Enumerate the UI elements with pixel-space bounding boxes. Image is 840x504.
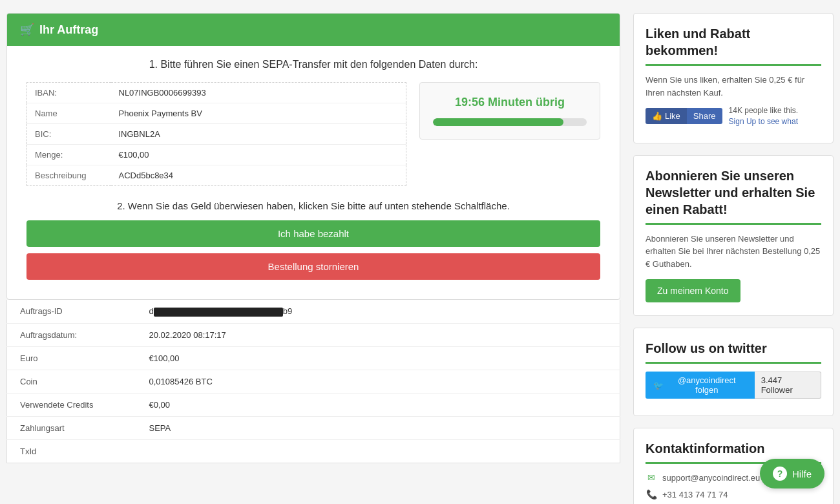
sepa-table-row: IBAN:NL07INGB0006699393 [27, 83, 406, 103]
like-section: Liken und Rabatt bekommen! Wenn Sie uns … [633, 13, 834, 143]
sepa-value: INGBNL2A [111, 124, 406, 145]
twitter-follow-button[interactable]: 🐦 @anycoindirect folgen [646, 372, 755, 399]
fb-like-label: Like [665, 111, 680, 121]
details-value: SEPA [149, 423, 171, 433]
paid-button[interactable]: Ich habe bezahlt [26, 220, 600, 247]
account-button[interactable]: Zu meinem Konto [646, 279, 740, 302]
cancel-button[interactable]: Bestellung stornieren [26, 253, 600, 280]
details-label: Auftrags-ID [7, 300, 136, 323]
details-value: 0,01085426 BTC [149, 377, 213, 386]
sepa-label: IBAN: [27, 83, 111, 103]
sepa-value: Phoenix Payments BV [111, 103, 406, 124]
like-description: Wenn Sie uns liken, erhalten Sie 0,25 € … [646, 74, 821, 99]
sepa-table-row: NamePhoenix Payments BV [27, 103, 406, 124]
details-table-row: Euro€100,00 [7, 346, 620, 370]
sepa-table-row: BIC:INGBNL2A [27, 124, 406, 145]
details-table: Auftrags-IDdb9Auftragsdatum:20.02.2020 0… [6, 300, 620, 463]
fb-like-box: 👍 Like Share 14K people like this. Sign … [646, 105, 821, 127]
progress-bar-fill [433, 118, 563, 126]
details-value-cell [136, 439, 620, 463]
order-header-title: Ihr Auftrag [39, 23, 98, 37]
details-table-row: ZahlungsartSEPA [7, 416, 620, 439]
sepa-value: ACDd5bc8e34 [111, 165, 406, 186]
fb-share-button[interactable]: Share [687, 108, 722, 124]
sepa-table-row: Menge:€100,00 [27, 145, 406, 165]
sepa-label: Menge: [27, 145, 111, 165]
timer-display: 19:56 Minuten übrig [433, 96, 587, 109]
details-label: Auftragsdatum: [7, 323, 136, 346]
sepa-label: BIC: [27, 124, 111, 145]
twitter-icon: 🐦 [653, 381, 664, 390]
contact-phone-item: 📞 +31 413 74 71 74 [646, 488, 821, 500]
sepa-value: NL07INGB0006699393 [111, 83, 406, 103]
step1-heading: 1. Bitte führen Sie einen SEPA-Transfer … [26, 59, 600, 70]
details-table-row: Auftragsdatum:20.02.2020 08:17:17 [7, 323, 620, 346]
progress-bar-bg [433, 118, 587, 126]
details-value-cell: 0,01085426 BTC [136, 370, 620, 393]
cart-icon: 🛒 [20, 23, 34, 37]
fb-share-label: Share [693, 111, 716, 121]
details-label: TxId [7, 439, 136, 463]
newsletter-divider [646, 223, 821, 225]
sepa-label: Name [27, 103, 111, 124]
details-label: Coin [7, 370, 136, 393]
sepa-label: Beschreibung [27, 165, 111, 186]
twitter-section: Follow us on twitter 🐦 @anycoindirect fo… [633, 328, 834, 416]
details-table-row: Coin0,01085426 BTC [7, 370, 620, 393]
like-divider [646, 64, 821, 66]
details-value-cell: db9 [136, 300, 620, 323]
twitter-heading: Follow us on twitter [646, 340, 821, 357]
help-label: Hilfe [792, 468, 812, 479]
help-button[interactable]: ? Hilfe [760, 459, 824, 488]
twitter-follow-box: 🐦 @anycoindirect folgen 3.447 Follower [646, 372, 821, 399]
step2-heading: 2. Wenn Sie das Geld überwiesen haben, k… [26, 200, 600, 211]
fb-like-icon: 👍 [652, 111, 662, 121]
twitter-follower-count: 3.447 Follower [755, 372, 821, 399]
details-label: Verwendete Credits [7, 393, 136, 416]
details-table-row: Verwendete Credits€0,00 [7, 393, 620, 416]
details-value: €100,00 [149, 353, 180, 363]
timer-box: 19:56 Minuten übrig [419, 82, 600, 140]
details-value-cell: €0,00 [136, 393, 620, 416]
help-icon: ? [773, 467, 787, 481]
details-label: Zahlungsart [7, 416, 136, 439]
newsletter-description: Abonnieren Sie unseren Newsletter und er… [646, 233, 821, 271]
twitter-handle: @anycoindirect folgen [667, 375, 747, 395]
order-id-suffix: b9 [283, 306, 292, 316]
contact-phone: +31 413 74 71 74 [662, 490, 728, 499]
fb-count: 14K people like this. [729, 106, 798, 115]
sepa-table-row: BeschreibungACDd5bc8e34 [27, 165, 406, 186]
email-icon: ✉ [646, 472, 657, 483]
newsletter-heading: Abonnieren Sie unseren Newsletter und er… [646, 167, 821, 218]
details-value: 20.02.2020 08:17:17 [149, 330, 226, 340]
details-value-cell: €100,00 [136, 346, 620, 370]
details-table-row: TxId [7, 439, 620, 463]
order-header: 🛒 Ihr Auftrag [7, 14, 620, 46]
contact-heading: Kontaktinformation [646, 440, 821, 457]
sepa-table: IBAN:NL07INGB0006699393NamePhoenix Payme… [26, 82, 406, 186]
timer-label: Minuten übrig [488, 96, 565, 109]
details-value-cell: 20.02.2020 08:17:17 [136, 323, 620, 346]
newsletter-section: Abonnieren Sie unseren Newsletter und er… [633, 155, 834, 317]
fb-count-text: 14K people like this. Sign Up to see wha… [729, 105, 798, 127]
contact-email: support@anycoindirect.eu [662, 473, 760, 483]
fb-like-button[interactable]: 👍 Like [646, 108, 687, 124]
details-value-cell: SEPA [136, 416, 620, 439]
sepa-value: €100,00 [111, 145, 406, 165]
fb-signup-link[interactable]: Sign Up to see what [729, 117, 798, 126]
redacted-bar [154, 308, 283, 317]
like-heading: Liken und Rabatt bekommen! [646, 25, 821, 59]
phone-icon: 📞 [646, 488, 657, 500]
timer-minutes: 19:56 [455, 96, 485, 109]
details-label: Euro [7, 346, 136, 370]
order-id-prefix: d [149, 306, 154, 316]
details-table-row: Auftrags-IDdb9 [7, 300, 620, 323]
twitter-divider [646, 362, 821, 364]
details-value: €0,00 [149, 400, 171, 410]
